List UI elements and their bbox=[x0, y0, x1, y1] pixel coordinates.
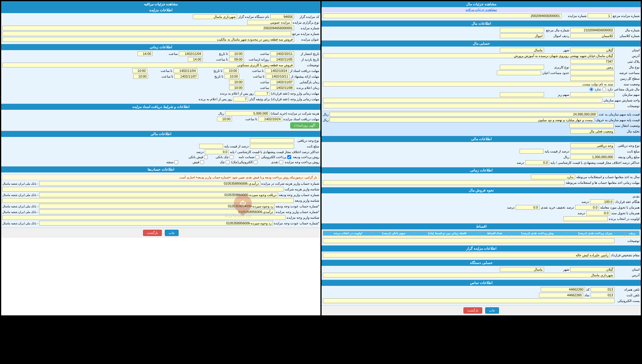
agahi-btn[interactable]: آگهی روزنامه(1) bbox=[290, 122, 319, 129]
inp-now-vojh2[interactable] bbox=[250, 138, 294, 143]
inp-vahd[interactable] bbox=[323, 98, 602, 103]
inp-sahm-sazman[interactable] bbox=[570, 92, 615, 97]
input-shomare-morajeh[interactable] bbox=[588, 13, 612, 18]
inp-telfon-sabt[interactable] bbox=[539, 293, 583, 297]
inp-mablagh-sabt2[interactable] bbox=[250, 144, 294, 149]
inp-saat-araaeh-ta[interactable] bbox=[133, 74, 148, 79]
inp-now-bargozari[interactable] bbox=[247, 20, 291, 25]
inp-zaman-bargozari[interactable] bbox=[270, 80, 294, 84]
inp-avalviat[interactable] bbox=[563, 216, 608, 221]
inp-khariid[interactable] bbox=[516, 205, 540, 210]
inp-mohlt-darya-az[interactable] bbox=[265, 68, 289, 73]
inp-shahr[interactable] bbox=[500, 48, 544, 53]
inp-ekhtelaf2[interactable] bbox=[205, 149, 229, 154]
inp-shomare-morajeh-r[interactable] bbox=[2, 31, 291, 36]
left-breadcrumb[interactable]: مشاهده جزئیات مراقبه bbox=[466, 8, 497, 11]
inp-shenas4[interactable] bbox=[2, 215, 285, 220]
inp-tozih2[interactable] bbox=[323, 238, 615, 243]
inp-ostan2[interactable] bbox=[570, 267, 615, 272]
inp-kod-telfon[interactable] bbox=[591, 287, 615, 292]
chk-chek-banki[interactable]: چک بانکی bbox=[210, 155, 234, 159]
inp-klaseman[interactable] bbox=[570, 33, 615, 38]
inp-saat-bazde[interactable] bbox=[229, 57, 244, 62]
inp-saat-asnad[interactable] bbox=[217, 117, 232, 121]
inp-adres[interactable] bbox=[323, 53, 615, 58]
inp-adres2[interactable] bbox=[323, 273, 615, 277]
inp-now-karbari[interactable] bbox=[500, 65, 544, 70]
inp-bazde-az[interactable] bbox=[270, 57, 294, 62]
inp-mohlt-vagefeh[interactable] bbox=[233, 97, 248, 101]
inp-qimat-hosof[interactable] bbox=[330, 118, 594, 122]
inp-saat-az[interactable] bbox=[229, 51, 244, 56]
inp-acc1-val[interactable] bbox=[39, 181, 260, 186]
left-back-btn[interactable]: بازگشت bbox=[463, 307, 482, 314]
input-shomare-mazayede[interactable] bbox=[323, 13, 561, 18]
inp-mohlt-barende[interactable] bbox=[255, 91, 270, 96]
left-print-btn[interactable]: چاپ bbox=[485, 307, 499, 314]
chk-fish2[interactable]: فیش bbox=[180, 160, 204, 164]
inp-tarikh-az[interactable] bbox=[270, 51, 294, 56]
inp-hamzaman[interactable] bbox=[575, 205, 599, 210]
radio-mal-sharik-darad[interactable] bbox=[602, 87, 606, 91]
inp-mohlt-araaeh-ta[interactable] bbox=[174, 74, 198, 79]
inp-now-mal[interactable] bbox=[570, 65, 615, 70]
inp-mohlt-araaeh-az[interactable] bbox=[266, 74, 290, 79]
inp-darsad[interactable] bbox=[520, 149, 543, 154]
inp-acc5-val[interactable] bbox=[39, 221, 273, 226]
inp-plak[interactable] bbox=[570, 59, 615, 64]
inp-nagd-darsad[interactable] bbox=[590, 199, 614, 204]
inp-telfon[interactable] bbox=[541, 287, 585, 292]
inp-tahlil[interactable] bbox=[570, 129, 615, 134]
inp-mohlt-darya-ta[interactable] bbox=[173, 68, 197, 73]
chk-safte[interactable]: سفته bbox=[154, 160, 178, 164]
inp-acc3-val[interactable] bbox=[39, 204, 275, 209]
inp-saat-ta[interactable] bbox=[138, 51, 153, 56]
inp-saat-araaeh-az[interactable] bbox=[225, 74, 239, 79]
inp-shomare-mazayede-r[interactable] bbox=[2, 26, 294, 30]
inp-code-mazayede[interactable] bbox=[270, 14, 294, 19]
chk-zamanat[interactable]: ضمانت نامه bbox=[235, 155, 259, 159]
inp-onvan[interactable] bbox=[2, 37, 294, 42]
inp-type[interactable] bbox=[500, 33, 544, 38]
inp-mohlt-bar[interactable] bbox=[323, 180, 565, 185]
inp-mablagh-sabt[interactable] bbox=[570, 149, 615, 154]
inp-darsad-r[interactable] bbox=[199, 144, 223, 149]
inp-shomare-mal-morajeh[interactable] bbox=[500, 28, 544, 33]
right-back-btn[interactable]: بازگشت bbox=[143, 230, 162, 236]
inp-saat-bar[interactable] bbox=[229, 80, 244, 84]
inp-shenas1[interactable] bbox=[2, 187, 283, 192]
inp-ekhtelaf[interactable] bbox=[525, 160, 549, 165]
chk-elec-chek[interactable]: الکترونیکی(چک) bbox=[231, 160, 257, 164]
inp-masahat-arz[interactable] bbox=[570, 70, 615, 75]
inp-tahvil[interactable] bbox=[586, 211, 610, 215]
inp-tozih[interactable] bbox=[323, 104, 615, 108]
chk-pardakht-elec[interactable]: پرداخت الکترونیکی bbox=[261, 155, 291, 159]
inp-shenas2[interactable] bbox=[2, 198, 294, 203]
chk-nagd[interactable]: نقدی bbox=[259, 160, 283, 164]
inp-vazyat-entegal[interactable] bbox=[569, 123, 614, 128]
inp-hezine[interactable] bbox=[225, 111, 269, 116]
inp-mablagh-vojh[interactable] bbox=[570, 155, 615, 159]
inp-zaman-elam[interactable] bbox=[270, 85, 294, 90]
inp-email[interactable] bbox=[323, 298, 615, 303]
inp-masahat-ayan[interactable] bbox=[497, 70, 541, 75]
inp-qimat-pay[interactable] bbox=[330, 112, 598, 117]
inp-saat-elam[interactable] bbox=[229, 85, 244, 90]
inp-vazyat-sanad[interactable] bbox=[323, 82, 615, 87]
inp-ostan[interactable] bbox=[570, 48, 615, 53]
inp-name-mazayede[interactable] bbox=[193, 14, 237, 19]
right-print-btn[interactable]: چاپ bbox=[165, 230, 179, 236]
inp-shahr2[interactable] bbox=[500, 267, 544, 272]
inp-saat-mohlt-az[interactable] bbox=[224, 68, 239, 73]
inp-now-vojh[interactable] bbox=[570, 143, 615, 148]
inp-saat-bazde-ta[interactable] bbox=[188, 57, 203, 62]
inp-tarikh-ta[interactable] bbox=[179, 51, 203, 56]
inp-bar-hesab[interactable] bbox=[531, 175, 575, 179]
inp-sahm-riz[interactable] bbox=[500, 92, 544, 97]
radio-mal-sharik-nadarad[interactable] bbox=[589, 87, 593, 91]
inp-mohlt-darya-asnad[interactable] bbox=[258, 117, 282, 121]
chk-fish[interactable]: فیش بانکی bbox=[184, 155, 208, 159]
inp-mokhtar[interactable] bbox=[323, 253, 610, 257]
inp-tozih-foros[interactable] bbox=[2, 63, 294, 67]
inp-acc4-val[interactable] bbox=[39, 209, 275, 214]
